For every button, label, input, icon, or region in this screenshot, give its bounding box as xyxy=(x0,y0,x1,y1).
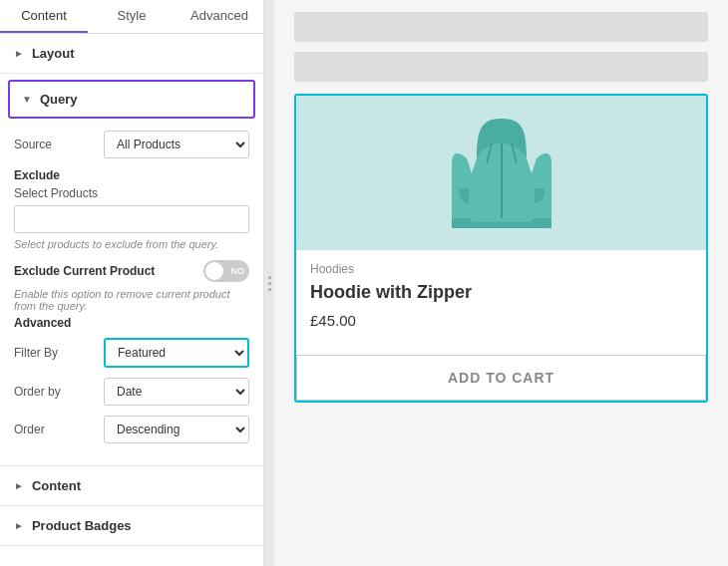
exclude-current-toggle[interactable]: NO xyxy=(203,260,249,282)
exclude-label: Exclude xyxy=(14,168,249,182)
query-section-label: Query xyxy=(40,92,78,107)
query-section-header[interactable]: ▼ Query xyxy=(8,80,255,119)
filter-by-control: Featured Sale None xyxy=(104,338,249,368)
divider-handle xyxy=(268,276,271,291)
tabs-bar: Content Style Advanced xyxy=(0,0,263,34)
placeholder-bar-1 xyxy=(294,12,708,42)
query-chevron-icon: ▼ xyxy=(22,94,32,105)
query-section-content: Source All Products Sale Products Featur… xyxy=(0,125,263,465)
product-card: Hoodies Hoodie with Zipper £45.00 ADD TO… xyxy=(294,94,708,403)
content-section-header[interactable]: ► Content xyxy=(0,466,263,505)
query-section: ▼ Query Source All Products Sale Product… xyxy=(0,74,263,466)
tab-content[interactable]: Content xyxy=(0,0,88,33)
order-by-label: Order by xyxy=(14,385,104,399)
layout-section: ► Layout xyxy=(0,34,263,74)
placeholder-bar-2 xyxy=(294,52,708,82)
product-badges-header[interactable]: ► Product Badges xyxy=(0,506,263,545)
product-info: Hoodies Hoodie with Zipper £45.00 xyxy=(296,250,706,355)
filter-by-row: Filter By Featured Sale None xyxy=(14,338,249,368)
divider-dot-2 xyxy=(268,282,271,285)
advanced-block: Advanced Filter By Featured Sale None Or… xyxy=(14,316,249,443)
advanced-label: Advanced xyxy=(14,316,249,330)
source-select[interactable]: All Products Sale Products Featured Prod… xyxy=(104,131,249,158)
tab-style[interactable]: Style xyxy=(88,0,176,33)
badges-chevron-icon: ► xyxy=(14,520,24,531)
order-select[interactable]: Descending Ascending xyxy=(104,416,249,443)
source-row: Source All Products Sale Products Featur… xyxy=(14,131,249,158)
content-chevron-icon: ► xyxy=(14,480,24,491)
content-section: ► Content xyxy=(0,466,263,506)
order-by-select[interactable]: Date Title Price Random xyxy=(104,378,249,406)
product-image-area xyxy=(296,96,706,250)
exclude-block: Exclude Select Products Select products … xyxy=(14,168,249,312)
source-label: Source xyxy=(14,138,104,151)
toggle-knob xyxy=(205,262,223,280)
content-section-label: Content xyxy=(32,478,81,493)
order-label: Order xyxy=(14,423,104,436)
product-badges-label: Product Badges xyxy=(32,518,132,533)
order-by-control: Date Title Price Random xyxy=(104,378,249,406)
product-badges-section: ► Product Badges xyxy=(0,506,263,546)
product-price: £45.00 xyxy=(310,312,692,329)
order-by-row: Order by Date Title Price Random xyxy=(14,378,249,406)
toggle-no-text: NO xyxy=(231,266,245,276)
product-category: Hoodies xyxy=(310,262,692,276)
panel-divider[interactable] xyxy=(264,0,274,566)
layout-section-header[interactable]: ► Layout xyxy=(0,34,263,73)
order-row: Order Descending Ascending xyxy=(14,416,249,443)
source-control: All Products Sale Products Featured Prod… xyxy=(104,131,249,158)
filter-by-label: Filter By xyxy=(14,346,104,360)
layout-section-label: Layout xyxy=(32,46,75,61)
svg-rect-3 xyxy=(452,222,551,228)
toggle-hint-text: Enable this option to remove current pro… xyxy=(14,288,249,312)
left-panel: Content Style Advanced ► Layout ▼ Query … xyxy=(0,0,264,566)
filter-by-select[interactable]: Featured Sale None xyxy=(104,338,249,368)
select-products-label: Select Products xyxy=(14,186,249,200)
tab-advanced[interactable]: Advanced xyxy=(176,0,263,33)
exclude-current-label: Exclude Current Product xyxy=(14,264,155,278)
product-name: Hoodie with Zipper xyxy=(310,282,692,304)
exclude-current-row: Exclude Current Product NO xyxy=(14,260,249,282)
exclude-products-input[interactable] xyxy=(14,205,249,233)
add-to-cart-button[interactable]: ADD TO CART xyxy=(296,355,706,401)
divider-dot-3 xyxy=(268,288,271,291)
order-control: Descending Ascending xyxy=(104,416,249,443)
divider-dot-1 xyxy=(268,276,271,279)
exclude-hint: Select products to exclude from the quer… xyxy=(14,238,249,250)
hoodie-illustration xyxy=(447,109,556,238)
layout-chevron-icon: ► xyxy=(14,48,24,59)
right-panel: Hoodies Hoodie with Zipper £45.00 ADD TO… xyxy=(274,0,728,566)
